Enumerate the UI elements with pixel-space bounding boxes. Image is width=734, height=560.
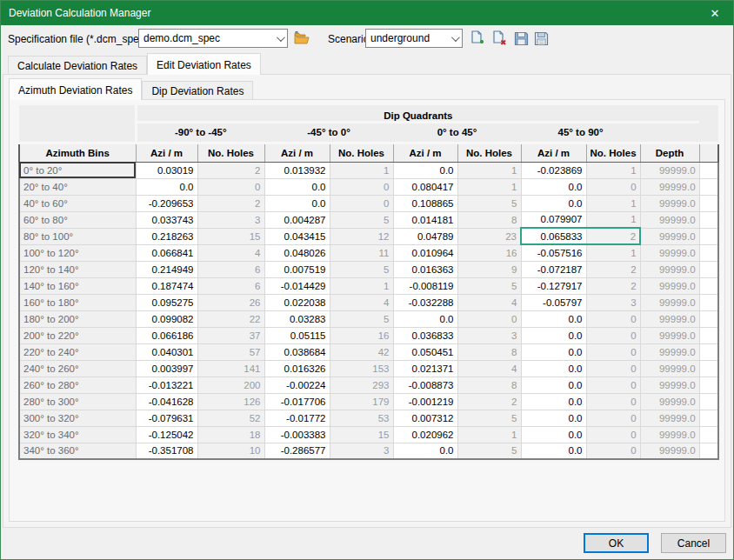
azi-cell[interactable]: 0.0 [393,162,457,178]
azimuth-bin-cell[interactable]: 220° to 240° [19,343,136,360]
save-scenario-button[interactable] [512,30,530,47]
azi-cell[interactable]: 0.05115 [264,327,330,343]
azi-cell[interactable]: 0.095275 [136,294,197,310]
azimuth-bin-cell[interactable]: 160° to 180° [19,294,136,310]
tab-dip-deviation-rates[interactable]: Dip Deviation Rates [142,81,253,100]
azi-cell[interactable]: 0.036833 [393,327,457,343]
azi-cell[interactable]: 0.0 [521,195,586,211]
azi-cell[interactable]: 0.004287 [264,211,330,228]
azimuth-bin-cell[interactable]: 60° to 80° [19,211,136,228]
azi-cell[interactable]: 0.007312 [393,410,457,426]
tab-azimuth-deviation-rates[interactable]: Azimuth Deviation Rates [9,78,142,100]
azimuth-bin-cell[interactable]: 140° to 160° [19,277,136,294]
azimuth-bin-cell[interactable]: 320° to 340° [19,426,136,443]
azi-cell[interactable]: 0.014181 [393,211,457,228]
azi-cell[interactable]: 0.0 [521,377,586,393]
azi-cell[interactable]: 0.007519 [264,261,330,277]
column-header-no-holes[interactable]: No. Holes [457,143,521,162]
azi-cell[interactable]: 0.0 [521,410,586,426]
azi-cell[interactable]: 0.0 [521,178,586,195]
azi-cell[interactable]: 0.0 [393,443,457,459]
azi-cell[interactable]: -0.209653 [136,195,197,211]
azi-cell[interactable]: 0.0 [521,360,586,377]
column-header-azi-m[interactable]: Azi / m [393,143,457,162]
browse-spec-file-button[interactable] [293,30,310,47]
azi-cell[interactable]: -0.125042 [136,426,197,443]
azi-cell[interactable]: -0.286577 [264,443,330,459]
azi-cell[interactable]: -0.013221 [136,377,197,393]
save-scenario-as-button[interactable] [532,30,550,47]
azi-cell[interactable]: 0.021371 [393,360,457,377]
azimuth-bin-cell[interactable]: 0° to 20° [19,162,136,178]
column-header-azi-m[interactable]: Azi / m [521,143,586,162]
azi-cell[interactable]: -0.008119 [393,277,457,294]
azi-cell[interactable]: 0.0 [521,327,586,343]
azi-cell[interactable]: -0.057516 [521,244,586,261]
azi-cell[interactable]: 0.108865 [393,195,457,211]
azi-cell[interactable]: 0.0 [521,426,586,443]
azi-cell[interactable]: 0.010964 [393,244,457,261]
azi-cell[interactable]: 0.0 [393,310,457,327]
azi-cell[interactable]: 0.099082 [136,310,197,327]
tab-edit-deviation-rates[interactable]: Edit Deviation Rates [147,53,261,75]
azimuth-bin-cell[interactable]: 20° to 40° [19,178,136,195]
azi-cell[interactable]: 0.0 [521,393,586,410]
ok-button[interactable]: OK [584,533,649,553]
azi-cell[interactable]: 0.04789 [393,228,457,244]
azi-cell[interactable]: 0.040301 [136,343,197,360]
azimuth-bin-cell[interactable]: 100° to 120° [19,244,136,261]
azi-cell[interactable]: 0.043415 [264,228,330,244]
azi-cell[interactable]: 0.020962 [393,426,457,443]
azi-cell[interactable]: 0.218263 [136,228,197,244]
azi-cell[interactable]: 0.016363 [393,261,457,277]
azi-cell[interactable]: 0.0 [264,195,330,211]
azi-cell[interactable]: 0.066841 [136,244,197,261]
azi-cell[interactable]: 0.080417 [393,178,457,195]
column-header-azimuth-bins[interactable]: Azimuth Bins [19,143,136,162]
azi-cell[interactable]: -0.127917 [521,277,586,294]
new-scenario-button[interactable] [469,30,486,47]
azimuth-bin-cell[interactable]: 120° to 140° [19,261,136,277]
azi-cell[interactable]: 0.003997 [136,360,197,377]
azimuth-bin-cell[interactable]: 340° to 360° [19,443,136,459]
azi-cell[interactable]: 0.214949 [136,261,197,277]
column-header-no-holes[interactable]: No. Holes [586,143,640,162]
azi-cell[interactable]: -0.032288 [393,294,457,310]
azi-cell[interactable]: -0.017706 [264,393,330,410]
chevron-down-icon[interactable] [271,36,287,42]
column-header-azi-m[interactable]: Azi / m [136,143,197,162]
azi-cell[interactable]: -0.351708 [136,443,197,459]
azi-cell[interactable]: 0.0 [521,443,586,459]
azi-cell[interactable]: 0.0 [264,178,330,195]
azi-cell[interactable]: -0.001219 [393,393,457,410]
azi-cell[interactable]: 0.013932 [264,162,330,178]
azi-cell[interactable]: -0.008873 [393,377,457,393]
azi-cell[interactable]: -0.003383 [264,426,330,443]
azi-cell[interactable]: 0.03283 [264,310,330,327]
azi-cell[interactable]: 0.079907 [521,211,586,228]
azimuth-bin-cell[interactable]: 280° to 300° [19,393,136,410]
azimuth-bin-cell[interactable]: 80° to 100° [19,228,136,244]
azi-cell[interactable]: 0.038684 [264,343,330,360]
column-header-azi-m[interactable]: Azi / m [264,143,330,162]
azimuth-bin-cell[interactable]: 200° to 220° [19,327,136,343]
azi-cell[interactable]: -0.014429 [264,277,330,294]
column-header-no-holes[interactable]: No. Holes [330,143,393,162]
azi-cell[interactable]: 0.0 [136,178,197,195]
scenario-id-combobox[interactable]: underground [365,29,463,48]
azi-cell-selected[interactable]: 0.065833 [521,228,586,244]
column-header-depth[interactable]: Depth [640,143,699,162]
azi-cell[interactable]: -0.023869 [521,162,586,178]
specification-file-combobox[interactable]: demo.dcm_spec [138,29,288,48]
azimuth-bin-cell[interactable]: 260° to 280° [19,377,136,393]
azimuth-bin-cell[interactable]: 240° to 260° [19,360,136,377]
azi-cell[interactable]: 0.03019 [136,162,197,178]
azi-cell[interactable]: 0.187474 [136,277,197,294]
azi-cell[interactable]: -0.079631 [136,410,197,426]
delete-scenario-button[interactable] [490,30,508,47]
azi-cell[interactable]: 0.0 [521,310,586,327]
cancel-button[interactable]: Cancel [661,533,726,553]
chevron-down-icon[interactable] [446,36,462,42]
azi-cell[interactable]: 0.016326 [264,360,330,377]
azi-cell[interactable]: 0.048026 [264,244,330,261]
